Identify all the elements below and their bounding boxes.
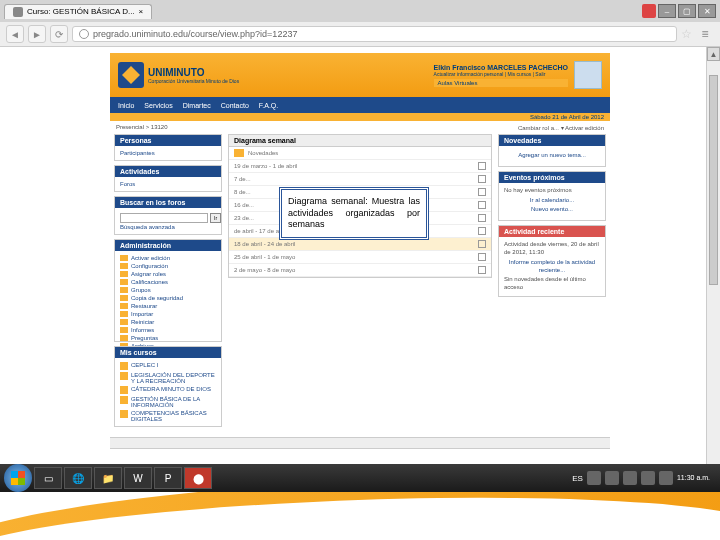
course-link[interactable]: CEPLEC I <box>120 361 216 371</box>
breadcrumb-path[interactable]: Presencial > 13120 <box>116 124 168 131</box>
topic-row[interactable]: 25 de abril - 1 de mayo <box>229 251 491 264</box>
scroll-up-icon[interactable]: ▲ <box>707 47 720 61</box>
admin-link[interactable]: Activar edición <box>120 254 216 262</box>
checkbox-icon[interactable] <box>478 240 486 248</box>
course-link[interactable]: LEGISLACIÓN DEL DEPORTE Y LA RECREACIÓN <box>120 371 216 385</box>
course-link[interactable]: COMPETENCIAS BÁSICAS DIGITALES <box>120 409 216 423</box>
user-area: Elkin Francisco MARCELES PACHECHO Actual… <box>434 61 602 89</box>
close-button[interactable]: ✕ <box>698 4 716 18</box>
breadcrumb-actions[interactable]: Cambiar rol a... ▾ Activar edición <box>518 124 604 131</box>
checkbox-icon[interactable] <box>478 201 486 209</box>
logo-icon <box>118 62 144 88</box>
link-foros[interactable]: Foros <box>120 180 216 188</box>
add-topic-link[interactable]: Agregar un nuevo tema... <box>504 152 600 160</box>
close-tab-icon[interactable]: × <box>139 7 144 16</box>
start-button[interactable] <box>4 464 32 492</box>
checkbox-icon[interactable] <box>478 175 486 183</box>
folder-icon <box>120 287 128 293</box>
admin-link[interactable]: Importar <box>120 310 216 318</box>
admin-link[interactable]: Copia de seguridad <box>120 294 216 302</box>
bookmark-icon[interactable]: ☆ <box>681 27 692 41</box>
avatar[interactable] <box>574 61 602 89</box>
taskbar-app[interactable]: ⬤ <box>184 467 212 489</box>
reload-button[interactable]: ⟳ <box>50 25 68 43</box>
taskbar-app[interactable]: ▭ <box>34 467 62 489</box>
search-go-button[interactable]: Ir <box>210 213 221 223</box>
taskbar-app[interactable]: 🌐 <box>64 467 92 489</box>
course-link[interactable]: CÁTEDRA MINUTO DE DIOS <box>120 385 216 395</box>
shield-icon[interactable] <box>642 4 656 18</box>
checkbox-icon[interactable] <box>478 214 486 222</box>
menu-button[interactable]: ≡ <box>696 25 714 43</box>
topic-row[interactable]: 7 de... <box>229 173 491 186</box>
admin-link[interactable]: Configuración <box>120 262 216 270</box>
minimize-button[interactable]: – <box>658 4 676 18</box>
browser-chrome: Curso: GESTIÓN BÁSICA D... × – ▢ ✕ ◄ ► ⟳… <box>0 0 720 47</box>
tray-icon[interactable] <box>605 471 619 485</box>
menu-faq[interactable]: F.A.Q. <box>259 102 278 109</box>
forward-button[interactable]: ► <box>28 25 46 43</box>
folder-icon <box>120 319 128 325</box>
taskbar-app[interactable]: 📁 <box>94 467 122 489</box>
weekly-outline: Diagrama semanal Novedades 19 de marzo -… <box>228 134 492 278</box>
topic-row[interactable]: 19 de marzo - 1 de abril <box>229 160 491 173</box>
admin-link[interactable]: Informes <box>120 326 216 334</box>
admin-link[interactable]: Preguntas <box>120 334 216 342</box>
url-field[interactable]: pregrado.uniminuto.edu/course/view.php?i… <box>72 26 677 42</box>
admin-link[interactable]: Asignar roles <box>120 270 216 278</box>
course-icon <box>120 362 128 370</box>
vertical-scrollbar[interactable]: ▲ <box>706 47 720 493</box>
lang-indicator[interactable]: ES <box>572 474 583 483</box>
tray-icon[interactable] <box>587 471 601 485</box>
taskbar-app[interactable]: P <box>154 467 182 489</box>
search-input[interactable] <box>120 213 208 223</box>
tab-title: Curso: GESTIÓN BÁSICA D... <box>27 7 135 16</box>
admin-link[interactable]: Calificaciones <box>120 278 216 286</box>
slide-decoration <box>0 492 720 540</box>
course-link[interactable]: GESTIÓN BÁSICA DE LA INFORMACIÓN <box>120 395 216 409</box>
scroll-thumb[interactable] <box>709 75 718 285</box>
windows-taskbar: ▭ 🌐 📁 W P ⬤ ES 11:30 a.m. <box>0 464 720 492</box>
folder-icon <box>120 279 128 285</box>
right-column: Novedades Agregar un nuevo tema... Event… <box>498 134 606 427</box>
calendar-link[interactable]: Ir al calendario... <box>504 197 600 205</box>
checkbox-icon[interactable] <box>478 162 486 170</box>
menu-contacto[interactable]: Contacto <box>221 102 249 109</box>
full-report-link[interactable]: Informe completo de la actividad recient… <box>504 259 600 275</box>
no-events-text: No hay eventos próximos <box>504 187 600 195</box>
advanced-search-link[interactable]: Búsqueda avanzada <box>120 223 216 231</box>
clock[interactable]: 11:30 a.m. <box>677 474 710 482</box>
admin-link[interactable]: Reiniciar <box>120 318 216 326</box>
viewport: UNIMINUTO Corporación Universitaria Minu… <box>0 47 720 493</box>
checkbox-icon[interactable] <box>478 227 486 235</box>
checkbox-icon[interactable] <box>478 266 486 274</box>
block-personas: Personas Participantes <box>114 134 222 161</box>
admin-link[interactable]: Grupos <box>120 286 216 294</box>
volume-icon[interactable] <box>641 471 655 485</box>
logo[interactable]: UNIMINUTO Corporación Universitaria Minu… <box>118 62 239 88</box>
admin-link[interactable]: Restaurar <box>120 302 216 310</box>
menu-inicio[interactable]: Inicio <box>118 102 134 109</box>
block-admin: Administración Activar ediciónConfigurac… <box>114 239 222 342</box>
menu-servicios[interactable]: Servicios <box>144 102 172 109</box>
brand-name: UNIMINUTO <box>148 67 239 78</box>
taskbar-app[interactable]: W <box>124 467 152 489</box>
aulas-label: Aulas Virtuales <box>434 79 568 87</box>
browser-tab[interactable]: Curso: GESTIÓN BÁSICA D... × <box>4 4 152 19</box>
menu-dimartec[interactable]: Dimartec <box>183 102 211 109</box>
topic-row[interactable]: Novedades <box>229 147 491 160</box>
no-news-text: Sin novedades desde el último acceso <box>504 276 600 292</box>
page: UNIMINUTO Corporación Universitaria Minu… <box>110 53 610 449</box>
link-participantes[interactable]: Participantes <box>120 149 216 157</box>
network-icon[interactable] <box>623 471 637 485</box>
user-links[interactable]: Actualizar información personal | Mis cu… <box>434 71 568 77</box>
checkbox-icon[interactable] <box>478 188 486 196</box>
center-column: Diagrama semanal Novedades 19 de marzo -… <box>228 134 492 427</box>
checkbox-icon[interactable] <box>478 253 486 261</box>
maximize-button[interactable]: ▢ <box>678 4 696 18</box>
back-button[interactable]: ◄ <box>6 25 24 43</box>
tray-icon[interactable] <box>659 471 673 485</box>
topic-label: Novedades <box>248 150 486 156</box>
new-event-link[interactable]: Nuevo evento... <box>504 206 600 214</box>
topic-row[interactable]: 2 de mayo - 8 de mayo <box>229 264 491 277</box>
